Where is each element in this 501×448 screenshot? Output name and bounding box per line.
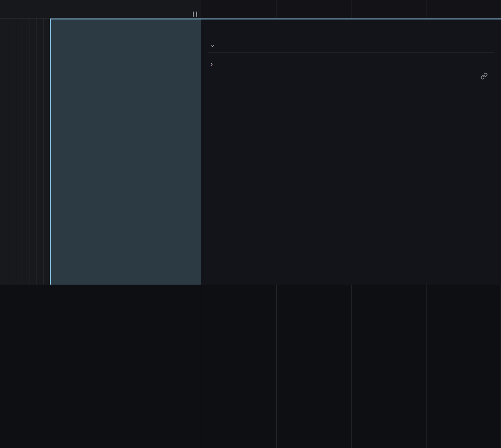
service-operation-header (0, 0, 201, 19)
span-attributes-header[interactable]: ⌄ (208, 41, 494, 48)
chevron-right-icon: › (210, 60, 213, 68)
header-row (0, 0, 501, 19)
trace-viewer: ⌄ › (0, 0, 501, 448)
column-divider[interactable] (201, 0, 201, 448)
chevron-down-icon: ⌄ (210, 41, 215, 48)
span-detail-panel: ⌄ › (201, 19, 501, 285)
selected-span-highlight[interactable] (50, 19, 201, 285)
span-attributes-table (208, 52, 494, 53)
timeline-ruler (201, 0, 501, 19)
divider (208, 35, 494, 35)
indent-guides (0, 19, 50, 285)
selected-span-detail-row: ⌄ › (0, 19, 501, 285)
column-resize-grip[interactable] (193, 12, 197, 17)
span-id-row (208, 73, 494, 80)
link-icon[interactable] (481, 73, 488, 80)
resource-attributes-row[interactable]: › (208, 60, 494, 68)
